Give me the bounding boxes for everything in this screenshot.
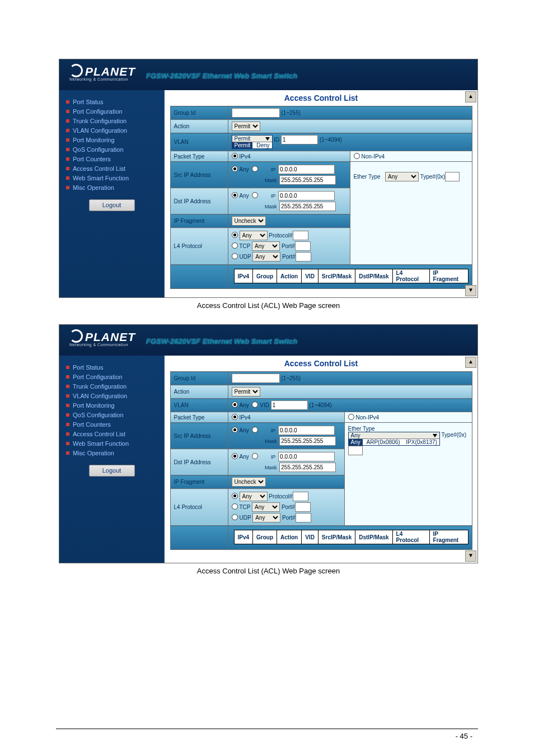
label-packet-type: Packet Type <box>170 412 228 423</box>
dst-mask-input[interactable] <box>279 463 336 472</box>
udp-port-select[interactable]: Any <box>252 252 280 262</box>
ip-frag-select[interactable]: Uncheck <box>232 477 266 487</box>
logo-subtitle: Networking & Communication <box>69 77 135 81</box>
radio-l4-udp[interactable] <box>232 254 240 260</box>
group-id-input[interactable] <box>232 108 280 118</box>
sidebar-item-misc[interactable]: Misc Operation <box>66 449 157 458</box>
protocol-num-input[interactable] <box>293 492 308 501</box>
radio-vlan-vid[interactable] <box>252 402 260 408</box>
radio-non-ipv4[interactable] <box>354 153 362 160</box>
radio-src-any[interactable] <box>232 166 240 172</box>
tcp-port-select[interactable]: Any <box>252 241 280 251</box>
dst-mask-input[interactable] <box>279 202 336 211</box>
logout-button[interactable]: Logout <box>89 199 135 211</box>
vlan-id-input[interactable] <box>271 400 308 410</box>
ether-opt-any[interactable]: Any <box>349 439 363 445</box>
logout-button[interactable]: Logout <box>89 465 135 477</box>
scroll-up-icon[interactable]: ▲ <box>465 357 476 368</box>
figure-caption-1: Access Control List (ACL) Web Page scree… <box>59 301 478 310</box>
figure-caption-2: Access Control List (ACL) Web Page scree… <box>59 567 478 575</box>
sidebar-item-misc[interactable]: Misc Operation <box>66 183 157 193</box>
label-src-ip: Src IP Address <box>170 423 228 449</box>
label-action: Action <box>170 120 228 133</box>
action-select-expanded[interactable]: Permit Permit Deny <box>232 135 273 149</box>
ether-opt-arp[interactable]: ARP(0x0806) <box>364 439 402 445</box>
ether-type-select-expanded[interactable]: Any Any ARP(0x0806) IPX(0x8137) <box>348 432 440 446</box>
tcp-port-select[interactable]: Any <box>252 502 280 512</box>
logo: PLANET Networking & Communication <box>69 64 135 81</box>
type-hex-input[interactable] <box>348 446 363 455</box>
radio-l4-any[interactable] <box>232 232 240 239</box>
sidebar-item-web-smart[interactable]: Web Smart Function <box>66 439 157 449</box>
action-select[interactable]: Permit <box>232 122 260 131</box>
sidebar-item-port-status[interactable]: Port Status <box>66 363 157 372</box>
group-id-hint: (1~255) <box>281 110 301 116</box>
radio-dst-any[interactable] <box>232 193 240 199</box>
radio-non-ipv4[interactable] <box>348 414 356 421</box>
page-title: Access Control List <box>165 90 477 106</box>
scroll-down-icon[interactable]: ▼ <box>465 550 476 562</box>
sidebar-item-acl[interactable]: Access Control List <box>66 164 157 174</box>
sidebar-item-port-config[interactable]: Port Configuration <box>66 107 157 116</box>
src-ip-input[interactable] <box>278 165 335 174</box>
src-ip-input[interactable] <box>278 426 335 435</box>
radio-src-ip[interactable] <box>252 427 260 433</box>
radio-src-ip[interactable] <box>252 166 260 172</box>
sidebar-item-port-status[interactable]: Port Status <box>66 97 157 107</box>
sidebar-item-web-smart[interactable]: Web Smart Function <box>66 174 157 183</box>
ether-opt-ipx[interactable]: IPX(0x8137) <box>404 439 439 445</box>
udp-port-input[interactable] <box>296 513 311 522</box>
radio-dst-ip[interactable] <box>252 193 260 199</box>
sidebar-item-port-counters[interactable]: Port Counters <box>66 155 157 164</box>
l4-any-select[interactable]: Any <box>240 492 268 501</box>
dst-ip-input[interactable] <box>278 191 335 200</box>
scroll-down-icon[interactable]: ▼ <box>465 285 476 296</box>
main-pane: ▲ Access Control List Group Id (1~255) A… <box>164 356 477 563</box>
sidebar-item-vlan-config[interactable]: VLAN Configuration <box>66 126 157 136</box>
screenshot-2: PLANET Networking & Communication FGSW-2… <box>59 324 478 563</box>
type-hex-input[interactable] <box>445 172 460 181</box>
radio-vlan-any[interactable] <box>232 402 240 408</box>
result-header-table: IPv4GroupActionVID SrcIP/MaskDstIP/MaskL… <box>234 530 469 544</box>
sidebar-item-trunk-config[interactable]: Trunk Configuration <box>66 382 157 391</box>
sidebar-item-trunk-config[interactable]: Trunk Configuration <box>66 116 157 126</box>
src-mask-input[interactable] <box>279 436 336 446</box>
acl-form: Group Id (1~255) Action Permit VLAN <box>170 106 472 289</box>
scroll-up-icon[interactable]: ▲ <box>465 91 476 102</box>
radio-dst-any[interactable] <box>232 454 240 460</box>
protocol-num-input[interactable] <box>293 231 308 240</box>
sidebar-item-acl[interactable]: Access Control List <box>66 430 157 439</box>
radio-l4-udp[interactable] <box>232 515 240 521</box>
radio-src-any[interactable] <box>232 427 240 433</box>
tcp-port-input[interactable] <box>295 502 311 512</box>
banner: PLANET Networking & Communication FGSW-2… <box>59 325 477 356</box>
radio-l4-tcp[interactable] <box>232 504 240 510</box>
sidebar: Port Status Port Configuration Trunk Con… <box>59 356 164 563</box>
l4-any-select[interactable]: Any <box>240 231 268 240</box>
banner-subtitle: FGSW-2620VSF Ethernet Web Smart Switch <box>146 337 297 346</box>
radio-ipv4[interactable] <box>232 414 240 421</box>
sidebar-item-port-monitoring[interactable]: Port Monitoring <box>66 136 157 145</box>
group-id-input[interactable] <box>232 374 280 383</box>
udp-port-select[interactable]: Any <box>252 513 280 522</box>
sidebar-item-qos-config[interactable]: QoS Configuration <box>66 410 157 420</box>
ether-type-select[interactable]: Any <box>385 172 419 181</box>
udp-port-input[interactable] <box>296 252 311 262</box>
sidebar-item-port-counters[interactable]: Port Counters <box>66 420 157 430</box>
banner-subtitle: FGSW-2620VSF Ethernet Web Smart Switch <box>146 72 297 80</box>
dst-ip-input[interactable] <box>278 452 335 461</box>
radio-ipv4[interactable] <box>232 153 240 160</box>
radio-l4-tcp[interactable] <box>232 243 240 249</box>
vlan-id-input[interactable] <box>281 135 318 144</box>
vid-label: ID <box>274 137 279 143</box>
ip-frag-select[interactable]: Uncheck <box>232 216 266 226</box>
sidebar-item-vlan-config[interactable]: VLAN Configuration <box>66 391 157 401</box>
radio-l4-any[interactable] <box>232 493 240 500</box>
src-mask-input[interactable] <box>279 175 336 185</box>
sidebar-item-qos-config[interactable]: QoS Configuration <box>66 145 157 155</box>
action-select[interactable]: Permit <box>232 387 260 396</box>
radio-dst-ip[interactable] <box>252 454 260 460</box>
sidebar-item-port-monitoring[interactable]: Port Monitoring <box>66 401 157 410</box>
tcp-port-input[interactable] <box>295 241 311 251</box>
sidebar-item-port-config[interactable]: Port Configuration <box>66 372 157 382</box>
